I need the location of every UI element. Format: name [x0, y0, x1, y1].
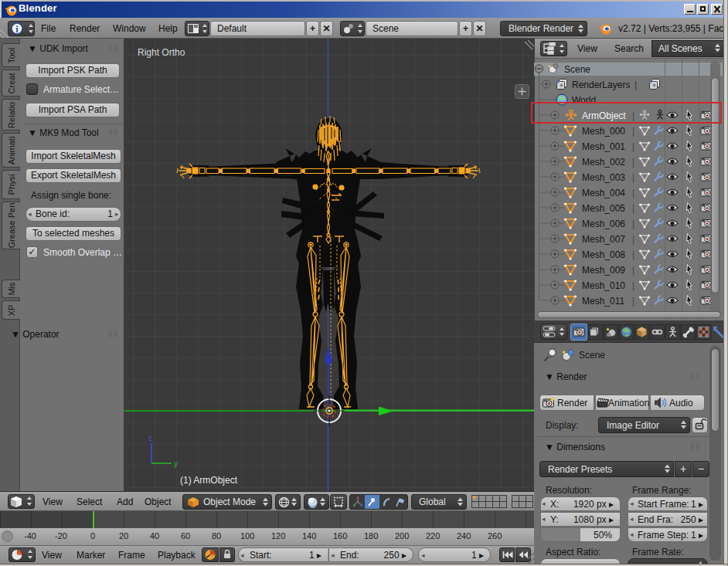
- svg-text:Mesh_008: Mesh_008: [582, 249, 625, 260]
- svg-text:|: |: [632, 280, 634, 291]
- svg-text:Mesh_003: Mesh_003: [582, 172, 625, 183]
- svg-text:z: z: [148, 434, 152, 442]
- svg-text:Mesh_010: Mesh_010: [582, 280, 625, 291]
- svg-text:|: |: [632, 203, 634, 214]
- svg-text:Mesh_005: Mesh_005: [582, 203, 625, 214]
- svg-text:|: |: [632, 265, 634, 276]
- svg-text:Mesh_007: Mesh_007: [582, 234, 625, 245]
- svg-text:|: |: [632, 188, 634, 198]
- svg-text:Mesh_009: Mesh_009: [582, 265, 625, 276]
- svg-text:Mesh_002: Mesh_002: [582, 157, 625, 168]
- svg-text:Mesh_004: Mesh_004: [582, 188, 625, 198]
- svg-text:|: |: [632, 296, 634, 307]
- svg-text:Mesh_006: Mesh_006: [582, 219, 625, 229]
- svg-text:Mesh_000: Mesh_000: [582, 126, 625, 137]
- svg-text:|: |: [632, 157, 634, 168]
- svg-text:Mesh_011: Mesh_011: [582, 296, 624, 307]
- svg-text:y: y: [174, 459, 178, 468]
- svg-text:Mesh_001: Mesh_001: [582, 141, 625, 152]
- svg-text:|: |: [632, 234, 634, 245]
- svg-text:|: |: [632, 141, 634, 152]
- svg-text:|: |: [632, 126, 634, 137]
- svg-text:|: |: [632, 172, 634, 183]
- svg-text:|: |: [632, 219, 634, 229]
- svg-text:|: |: [632, 249, 634, 260]
